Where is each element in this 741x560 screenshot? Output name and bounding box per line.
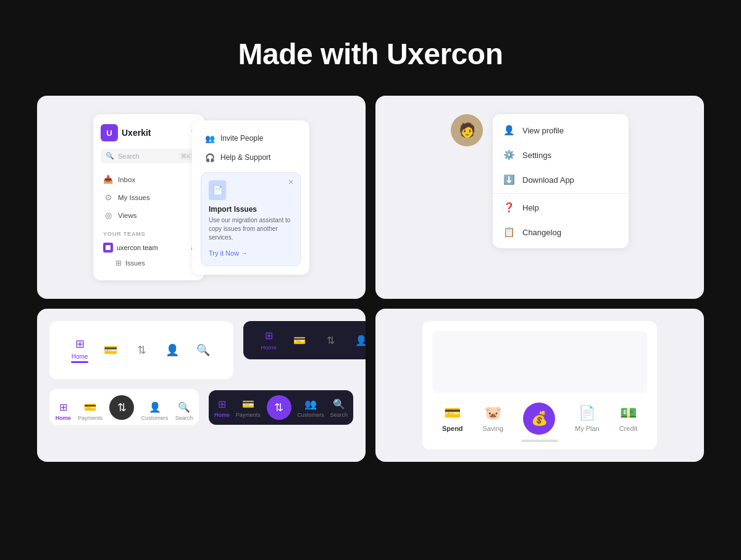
avatar-image: 🧑	[451, 114, 483, 146]
search-label-full-light: Search	[175, 415, 193, 421]
sidebar-logo: U Uxerkit ⇅	[101, 124, 197, 141]
sidebar-item-myissues[interactable]: ⊙ My Issues	[101, 188, 197, 206]
finance-nav-spend[interactable]: 💳 Spend	[442, 405, 463, 432]
import-link[interactable]: Try it Now →	[209, 249, 248, 257]
settings-label: Settings	[522, 151, 551, 160]
nav-dark-simple: ⊞ Home 💳 ⇅ 👤 🔍	[243, 321, 366, 359]
view-profile-label: View profile	[522, 126, 564, 135]
transfer-icon-dark: ⇅	[327, 335, 335, 346]
home-icon-dark: ⊞	[265, 330, 273, 341]
card-icon-light: 💳	[104, 343, 117, 357]
nav-dark-home[interactable]: ⊞ Home	[253, 330, 284, 351]
inbox-icon: 📥	[103, 175, 113, 184]
nav-light-full: ⊞ Home 💳 Payments ⇅ 👤 Customers	[52, 395, 196, 421]
nav-full-customers-dark[interactable]: 👥 Customers	[297, 398, 324, 418]
download-label: Download App	[522, 175, 574, 185]
dropdown-help[interactable]: 🎧 Help & Support	[201, 148, 301, 167]
customers-icon-dark: 👥	[304, 398, 317, 410]
search-shortcut: ⌘K	[179, 153, 192, 160]
nav-dark-full: ⊞ Home 💳 Payments ⇅ 👥 Customers	[209, 390, 353, 425]
sidebar-team-uxercon[interactable]: uxercon team ∧	[101, 240, 197, 256]
finance-nav: 💳 Spend 🐷 Saving 💰 📄 My Plan 💵 Credit	[432, 398, 647, 432]
profile-menu-settings[interactable]: ⚙️ Settings	[493, 143, 629, 167]
search-placeholder: Search	[118, 153, 175, 160]
finance-content-area	[432, 331, 647, 393]
nav-dark-transfer[interactable]: ⇅	[315, 335, 346, 346]
invite-icon: 👥	[204, 134, 216, 143]
issues-icon: ⊙	[103, 193, 113, 202]
payments-icon-light: 💳	[84, 401, 96, 413]
dropdown-invite[interactable]: 👥 Invite People	[201, 129, 301, 148]
nav-full-home-light[interactable]: ⊞ Home	[56, 401, 71, 421]
finance-nav-saving[interactable]: 🐷 Saving	[483, 405, 504, 432]
views-icon: ◎	[103, 211, 113, 220]
home-icon-light: ⊞	[75, 337, 85, 351]
import-close-icon[interactable]: ✕	[288, 178, 294, 186]
myplan-icon: 📄	[579, 405, 595, 421]
center-btn-light[interactable]: ⇅	[109, 395, 134, 420]
active-indicator	[71, 361, 88, 363]
user-icon-light: 👤	[165, 343, 179, 357]
nav-full-home-dark[interactable]: ⊞ Home	[214, 398, 230, 418]
page-title: Made with Uxercon	[0, 0, 741, 96]
home-icon-full-light: ⊞	[59, 401, 67, 413]
views-label: Views	[118, 212, 136, 219]
saving-label: Saving	[483, 425, 504, 432]
inbox-label: Inbox	[118, 176, 135, 183]
profile-menu-changelog[interactable]: 📋 Changelog	[493, 220, 629, 244]
finance-nav-credit[interactable]: 💵 Credit	[619, 405, 637, 432]
nav-dark-user[interactable]: 👤	[346, 335, 366, 346]
profile-menu-help[interactable]: ❓ Help	[493, 195, 629, 220]
main-grid: U Uxerkit ⇅ 🔍 Search ⌘K 📥 Inbox ⊙ My Iss…	[0, 96, 741, 487]
customers-icon-light: 👤	[149, 401, 161, 413]
sidebar-item-views[interactable]: ◎ Views	[101, 206, 197, 224]
customers-label-light: Customers	[141, 415, 169, 421]
profile-menu-view[interactable]: 👤 View profile	[493, 118, 629, 143]
nav-item-home-light[interactable]: ⊞ Home	[64, 337, 95, 363]
import-title: Import Issues	[209, 205, 293, 214]
search-bar[interactable]: 🔍 Search ⌘K	[101, 149, 197, 163]
avatar: 🧑	[451, 114, 483, 146]
finance-nav-center[interactable]: 💰	[523, 403, 555, 432]
search-icon-light: 🔍	[196, 343, 210, 357]
home-label-dark: Home	[261, 344, 276, 351]
center-finance-btn[interactable]: 💰	[523, 403, 555, 435]
nav-item-transfer-light[interactable]: ⇅	[126, 343, 157, 357]
nav-full-payments-light[interactable]: 💳 Payments	[78, 401, 103, 421]
sidebar-item-inbox[interactable]: 📥 Inbox	[101, 170, 197, 188]
help-support-label: Help & Support	[220, 153, 270, 162]
search-label-full-dark: Search	[330, 412, 348, 418]
dropdown-panel: 👥 Invite People 🎧 Help & Support ✕ 📄 Imp…	[192, 120, 309, 275]
sidebar-panel: U Uxerkit ⇅ 🔍 Search ⌘K 📥 Inbox ⊙ My Iss…	[93, 114, 204, 280]
home-icon-full-dark: ⊞	[218, 398, 226, 410]
nav-full-center-light[interactable]: ⇅	[109, 395, 134, 421]
nav-item-card-light[interactable]: 💳	[95, 343, 126, 357]
nav-dark-card[interactable]: 💳	[284, 335, 315, 346]
nav-full-search-light[interactable]: 🔍 Search	[175, 401, 193, 421]
transfer-icon-light: ⇅	[137, 343, 146, 357]
nav-full-payments-dark[interactable]: 💳 Payments	[236, 398, 261, 418]
subitem-issues-icon: ⊞	[115, 259, 122, 267]
logo-icon: U	[101, 124, 118, 141]
myissues-label: My Issues	[118, 194, 150, 201]
spend-icon: 💳	[444, 405, 461, 421]
profile-menu: 👤 View profile ⚙️ Settings ⬇️ Download A…	[493, 114, 629, 248]
nav-item-search-light[interactable]: 🔍	[188, 343, 219, 357]
nav-full-customers-light[interactable]: 👤 Customers	[141, 401, 169, 421]
center-btn-dark[interactable]: ⇅	[267, 395, 291, 420]
sidebar-sub-item-issues[interactable]: ⊞ Issues	[101, 256, 197, 270]
saving-icon: 🐷	[485, 405, 501, 421]
nav-item-user-light[interactable]: 👤	[157, 343, 188, 357]
card-nav: ⊞ Home 💳 ⇅ 👤 🔍	[37, 309, 366, 462]
spend-label: Spend	[442, 425, 463, 432]
profile-menu-download[interactable]: ⬇️ Download App	[493, 167, 629, 192]
changelog-icon: 📋	[503, 227, 515, 238]
card-sidebar: U Uxerkit ⇅ 🔍 Search ⌘K 📥 Inbox ⊙ My Iss…	[37, 96, 366, 299]
view-profile-icon: 👤	[503, 125, 515, 136]
card-finance: 💳 Spend 🐷 Saving 💰 📄 My Plan 💵 Credit	[375, 309, 704, 462]
help-support-icon: 🎧	[204, 153, 216, 162]
nav-full-search-dark[interactable]: 🔍 Search	[330, 398, 348, 418]
nav-full-center-dark[interactable]: ⇅	[267, 395, 291, 421]
payments-label-dark: Payments	[236, 412, 261, 418]
finance-nav-myplan[interactable]: 📄 My Plan	[575, 405, 600, 432]
